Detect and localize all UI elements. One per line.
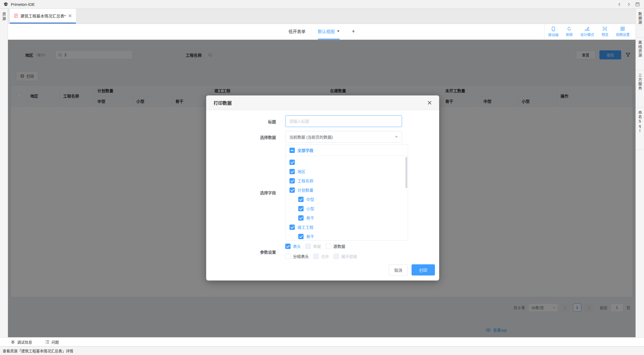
- param-checkbox[interactable]: [285, 254, 291, 259]
- param-checkbox[interactable]: [305, 244, 311, 249]
- param-table-header[interactable]: 表头: [285, 243, 301, 249]
- design-mode-button[interactable]: 设计模式: [577, 24, 598, 40]
- chevron-down-icon: [337, 30, 339, 32]
- tree-checkbox[interactable]: [298, 215, 304, 221]
- nav-forward-icon[interactable]: [626, 3, 630, 6]
- refresh-button[interactable]: 刷新: [562, 24, 577, 40]
- chevron-down-icon: [395, 136, 398, 138]
- tree-item[interactable]: 计划数量: [286, 185, 408, 195]
- mobile-icon: [551, 27, 555, 31]
- tree-item[interactable]: 竣工工程: [286, 222, 408, 232]
- param-checkbox[interactable]: [313, 254, 319, 259]
- left-rail: 资源: [0, 9, 8, 337]
- status-bar: 查看资源「建筑工程基本情况汇总表」详情: [0, 346, 644, 355]
- tab-lowcode-form[interactable]: 低开表单: [288, 24, 305, 40]
- design-mode-icon: [585, 27, 590, 31]
- param-checkbox[interactable]: [326, 244, 331, 249]
- preview-eye-icon: [602, 27, 607, 31]
- dialog-close-icon[interactable]: [427, 100, 432, 105]
- data-select-label: 选择数据: [206, 134, 276, 140]
- form-document-icon: [14, 14, 18, 18]
- confirm-print-button[interactable]: 打印: [412, 264, 435, 275]
- tree-item[interactable]: 小型: [286, 204, 408, 213]
- tree-checkbox[interactable]: [298, 234, 304, 239]
- tree-checkbox[interactable]: [289, 178, 295, 183]
- title-bar: Primeton-IDE: [0, 0, 644, 9]
- nav-back-icon[interactable]: [618, 3, 622, 6]
- print-data-dialog: 打印数据 标题 选择数据 当前数据 (当前页的数据) 选择字段 全部字段: [206, 95, 439, 281]
- tree-item[interactable]: [286, 157, 408, 167]
- tree-checkbox[interactable]: [289, 160, 295, 165]
- preview-button[interactable]: 预览: [598, 24, 612, 40]
- param-source-data[interactable]: 源数据: [326, 243, 345, 249]
- tree-item[interactable]: 地区: [286, 167, 408, 176]
- view-settings-button[interactable]: 视图设置: [612, 24, 633, 40]
- tree-item[interactable]: 骨干: [286, 232, 408, 240]
- tree-checkbox[interactable]: [289, 225, 295, 230]
- title-field-label: 标题: [206, 119, 276, 124]
- rail-item-resources[interactable]: 资源: [1, 12, 7, 21]
- print-title-input[interactable]: [285, 115, 402, 127]
- param-merge[interactable]: 合并: [313, 253, 329, 259]
- tree-checkbox[interactable]: [289, 169, 295, 174]
- view-settings-icon: [620, 27, 625, 31]
- tab-report[interactable]: 建筑工程基本情况汇总表*: [10, 9, 76, 24]
- param-group-header[interactable]: 分组表头: [285, 253, 309, 259]
- rail-item-named-sql[interactable]: 命名Sql: [636, 107, 644, 150]
- tree-checkbox[interactable]: [289, 187, 295, 193]
- tree-item[interactable]: 骨干: [286, 213, 408, 222]
- rail-item-third-party-services[interactable]: 三方服务: [636, 70, 644, 107]
- tab-title: 建筑工程基本情况汇总表*: [20, 13, 66, 19]
- rail-item-datasource[interactable]: 数据源: [636, 9, 644, 37]
- tree-root-row[interactable]: 全部字段: [286, 145, 408, 156]
- rail-item-offline-resources[interactable]: 离线资源: [636, 37, 644, 70]
- param-expand-levels[interactable]: 展开层级: [334, 253, 357, 259]
- fields-tree: 全部字段 地区 工程名称 计划数量: [285, 144, 408, 240]
- param-table-footer[interactable]: 表尾: [305, 243, 321, 249]
- tab-bar: 建筑工程基本情况汇总表*: [8, 9, 636, 24]
- bottom-panel-bar: 调试信息 问题: [0, 337, 644, 346]
- problems-tab[interactable]: 问题: [45, 339, 59, 345]
- cancel-button[interactable]: 取消: [389, 264, 408, 275]
- params-label: 参数设置: [206, 249, 276, 255]
- tree-scrollbar[interactable]: [405, 157, 407, 188]
- fields-select-label: 选择字段: [206, 190, 276, 195]
- primeton-ide-window: Primeton-IDE 资源 数据源 离线资源 三方服务 命名Sql: [0, 0, 644, 355]
- status-text: 查看资源「建筑工程基本情况汇总表」详情: [3, 348, 73, 353]
- view-toolbar: 低开表单 默认视图 + 移动端: [8, 24, 636, 40]
- tree-item[interactable]: 工程名称: [286, 176, 408, 185]
- tree-checkbox[interactable]: [298, 197, 304, 202]
- param-checkbox[interactable]: [285, 244, 291, 249]
- app-logo-icon: [3, 2, 8, 7]
- tab-default-view[interactable]: 默认视图: [318, 24, 339, 40]
- tab-close-icon[interactable]: [68, 14, 72, 17]
- dialog-header: 打印数据: [206, 95, 439, 110]
- data-scope-select[interactable]: 当前数据 (当前页的数据): [285, 131, 402, 143]
- mobile-view-button[interactable]: 移动端: [544, 24, 562, 40]
- add-view-button[interactable]: +: [352, 24, 355, 40]
- all-fields-checkbox[interactable]: [289, 148, 295, 153]
- save-icon[interactable]: [635, 2, 640, 7]
- right-rail: 数据源 离线资源 三方服务 命名Sql: [636, 9, 644, 337]
- dialog-title: 打印数据: [214, 99, 232, 106]
- app-title: Primeton-IDE: [11, 2, 35, 7]
- tree-checkbox[interactable]: [298, 206, 304, 211]
- debug-info-tab[interactable]: 调试信息: [11, 339, 32, 345]
- refresh-icon: [567, 27, 572, 31]
- bug-icon: [11, 340, 15, 344]
- param-checkbox[interactable]: [334, 254, 339, 259]
- tree-item[interactable]: 中型: [286, 195, 408, 204]
- list-icon: [45, 340, 49, 344]
